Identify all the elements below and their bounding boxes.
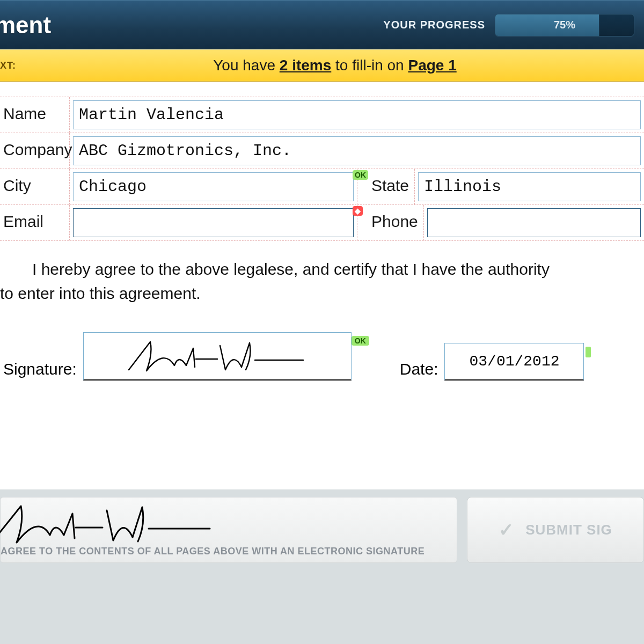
footer-signature-panel: AGREE TO THE CONTENTS OF ALL PAGES ABOVE… [0,497,457,563]
email-input[interactable] [73,208,354,237]
signature-icon [0,503,215,545]
todo-count-link[interactable]: 2 items [280,57,332,74]
agree-line1: I hereby agree to the above legalese, an… [32,260,550,278]
date-value: 03/01/2012 [469,353,559,370]
todo-message[interactable]: You have 2 items to fill-in on Page 1 [26,57,644,74]
date-box[interactable]: 03/01/2012 [444,343,584,380]
company-row: Company [0,133,644,169]
city-label: City [0,169,70,204]
signature-icon [121,338,314,375]
name-row: Name [0,97,644,133]
ok-badge: OK [353,170,368,180]
city-field-wrap [70,169,357,204]
progress-percent: 75% [495,14,634,36]
header-bar: ment YOUR PROGRESS 75% [0,0,644,49]
submit-button[interactable]: SUBMIT SIG [467,497,644,563]
city-state-row: City OK State [0,169,644,205]
email-label: Email [0,205,70,240]
ok-indicator-icon [586,347,591,357]
company-field-wrap [70,133,644,169]
progress-area: YOUR PROGRESS 75% [383,14,634,36]
phone-input[interactable] [427,208,641,237]
progress-label: YOUR PROGRESS [383,19,485,31]
todo-page-link[interactable]: Page 1 [408,57,456,74]
phone-field-wrap [424,205,644,240]
signature-row: Signature: OK Date: 03/01/2012 [0,311,644,386]
signature-label: Signature: [3,360,83,380]
phone-label: Phone [357,205,424,240]
submit-label: SUBMIT SIG [525,522,612,538]
footer-bar: AGREE TO THE CONTENTS OF ALL PAGES ABOVE… [0,489,644,563]
name-input[interactable] [73,100,641,129]
signature-box[interactable]: OK [83,332,352,380]
todo-pre: You have [213,57,280,74]
footer-note: AGREE TO THE CONTENTS OF ALL PAGES ABOVE… [1,546,449,557]
footer-signature-preview [0,503,449,546]
todo-prefix: XT: [0,60,26,71]
todo-mid: to fill-in on [331,57,408,74]
email-phone-row: Email ◆ Phone [0,205,644,241]
state-field-wrap [415,169,644,204]
required-badge-icon: ◆ [353,206,363,216]
page-title: ment [0,12,51,39]
agreement-text: I hereby agree to the above legalese, an… [0,241,644,311]
agree-line2: to enter into this agreement. [0,284,201,302]
progress-bar: 75% [495,14,634,36]
date-label: Date: [400,360,445,380]
company-input[interactable] [73,136,641,165]
state-input[interactable] [418,172,641,201]
company-label: Company [0,133,70,169]
document-body: Name Company City OK State [0,82,644,489]
name-label: Name [0,97,70,133]
ok-badge: OK [352,336,369,346]
todo-banner: XT: You have 2 items to fill-in on Page … [0,49,644,82]
email-field-wrap [70,205,357,240]
name-field-wrap [70,97,644,133]
city-input[interactable] [73,172,354,201]
check-icon [499,521,517,539]
